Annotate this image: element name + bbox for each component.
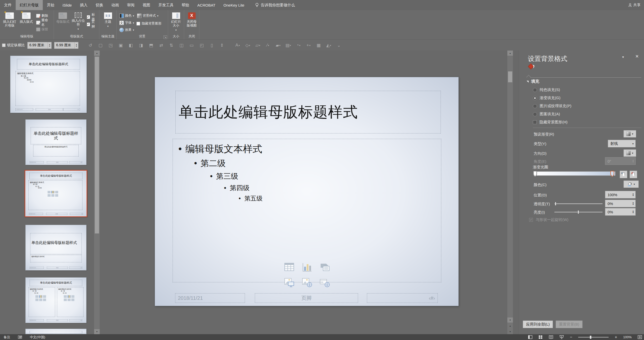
thumbnail-scrollbar-thumb[interactable] [95, 57, 99, 234]
height-field[interactable]: 6.99 厘米 ▴▾ [54, 42, 78, 49]
scroll-up-icon[interactable]: ▴ [94, 51, 100, 56]
insert-media-icon[interactable] [284, 277, 295, 287]
shape-effects-icon[interactable]: ◔▾ [295, 42, 302, 49]
reset-background-button[interactable]: 重置背景(B) [556, 321, 583, 328]
tab-animations[interactable]: 动画 [107, 0, 123, 10]
share-button[interactable]: 共享 [628, 0, 640, 10]
tab-developer[interactable]: 开发工具 [154, 0, 178, 10]
tab-acrobat[interactable]: ACROBAT [193, 0, 219, 10]
pattern-fill-radio[interactable] [533, 112, 537, 116]
tab-transitions[interactable]: 切换 [92, 0, 107, 10]
transparency-spinner[interactable]: 0% ▴▾ [605, 200, 636, 207]
tab-insert[interactable]: 插入 [76, 0, 92, 10]
close-master-view-button[interactable]: X 关闭母版视图 [186, 12, 197, 34]
lock-aspect-checkbox[interactable] [2, 43, 6, 47]
title-placeholder[interactable]: 单击此处编辑母版标题样式 [175, 91, 441, 133]
grid-icon[interactable]: ▦ [315, 42, 322, 49]
stop-position-spinner[interactable]: 100% ▴▾ [605, 191, 636, 198]
shape-outline-icon[interactable]: ▱▾ [254, 42, 262, 49]
themes-button[interactable]: 文文 主题 ▾ [101, 12, 114, 34]
hide-bg-graphics-checkbox[interactable] [136, 22, 140, 26]
slide-canvas[interactable]: 单击此处编辑母版标题样式 •编辑母版文本样式 •第二级 •第三级 •第四级 •第… [155, 77, 459, 306]
slide-sorter-view-icon[interactable] [538, 335, 543, 339]
lock-aspect-ratio-row[interactable]: 锁定纵横比 [2, 43, 25, 48]
resize-icon[interactable]: ⇕ [218, 42, 226, 49]
footer-checkbox[interactable]: ✓ [87, 22, 90, 26]
zoom-out-button[interactable]: − [570, 335, 572, 339]
thumbnail-content-layout-selected[interactable]: 单击此处编辑母版标题样式 编辑母版文本样式 第二级 第三级 第四级 2018/1… [25, 170, 87, 217]
tab-view[interactable]: 视图 [139, 0, 154, 10]
hide-background-checkbox[interactable] [533, 120, 537, 124]
fit-to-window-icon[interactable] [638, 335, 642, 339]
gradient-fill-option[interactable]: 渐变填充(G) [533, 96, 560, 100]
thumbnail-title-layout[interactable]: 单击此处编辑母版标题样式 单击此处编辑母版副标题样式 2018/11/21 页脚… [25, 119, 87, 165]
zoom-slider-handle[interactable] [590, 336, 591, 339]
body-placeholder[interactable]: •编辑母版文本样式 •第二级 •第三级 •第四级 •第五级 [173, 139, 441, 282]
hide-bg-graphics-row[interactable]: 隐藏背景图形 [136, 20, 161, 27]
insert-online-video-icon[interactable] [319, 277, 330, 287]
fonts-button[interactable]: 文 字体 ▾ [119, 20, 135, 26]
notes-button[interactable]: 备注 [4, 335, 10, 339]
pen-icon[interactable]: ∕▾ [264, 42, 272, 49]
gradient-direction-button[interactable]: ▾ [624, 149, 636, 157]
thumbnail-scrollbar[interactable]: ▴ ▾ [94, 51, 100, 334]
transparency-slider[interactable] [554, 203, 603, 204]
pattern-fill-option[interactable]: 图案填充(A) [533, 112, 560, 117]
insert-placeholder-button[interactable]: 插入占位符 ▾ [71, 12, 85, 34]
thumbnail-clipped[interactable] [25, 329, 87, 334]
reading-view-icon[interactable] [549, 335, 553, 339]
preserve-button[interactable]: 保留 [35, 26, 52, 32]
gradient-angle-spinner[interactable]: 0° ▴▾ [605, 157, 636, 165]
gradient-stop-right-selected[interactable] [610, 171, 614, 177]
gradient-stops-bar[interactable] [533, 171, 615, 176]
insert-slide-master-button[interactable]: ★ 插入幻灯片母版 [2, 12, 17, 34]
scroll-down-icon[interactable]: ▾ [507, 318, 513, 323]
align-bottom-icon[interactable]: ⬒ [147, 42, 155, 49]
distribute-vertical-icon[interactable]: ⇅ [168, 42, 175, 49]
editor-scrollbar[interactable]: ▴ ▾ ▴ ▾ [507, 51, 513, 334]
title-checkbox-row[interactable]: ✓ 标题 [87, 14, 97, 20]
solid-fill-option[interactable]: 纯色填充(S) [533, 87, 560, 92]
scroll-down-icon[interactable]: ▾ [94, 329, 100, 334]
toolbar-overflow-icon[interactable]: ⌄ [335, 42, 343, 49]
scroll-up-icon[interactable]: ▴ [507, 51, 513, 56]
zoom-in-button[interactable]: + [615, 335, 617, 339]
title-checkbox[interactable]: ✓ [87, 15, 90, 19]
text-box-icon[interactable]: ▤▾ [284, 42, 292, 49]
zoom-level[interactable]: 100% [623, 335, 632, 339]
tab-onekey-lite[interactable]: OneKey Lite [219, 0, 248, 10]
gradient-type-select[interactable]: 射线 ▾ [608, 140, 636, 147]
align-top-icon[interactable]: ◨ [137, 42, 145, 49]
insert-chart-icon[interactable] [301, 262, 313, 272]
height-value[interactable]: 6.99 厘米 [54, 43, 74, 48]
brightness-slider[interactable] [554, 212, 603, 212]
insert-smartart-icon[interactable] [319, 262, 330, 272]
add-shape-icon[interactable]: +▾ [305, 42, 312, 49]
rotate-with-shape-checkbox[interactable]: ✓ [529, 218, 533, 222]
panel-close-icon[interactable]: × [635, 53, 639, 60]
language-button[interactable]: 中文(中国) [30, 335, 45, 339]
width-spinner[interactable]: ▴▾ [48, 42, 51, 49]
panel-options-caret-icon[interactable]: ▾ [622, 55, 624, 59]
bring-forward-icon[interactable]: ▢ [97, 42, 104, 49]
colors-button[interactable]: 颜色 ▾ [119, 13, 135, 19]
slide-size-button[interactable]: 幻灯片大小 ▾ [170, 12, 182, 34]
shape-fill-icon[interactable]: ◇▾ [244, 42, 252, 49]
effects-button[interactable]: 效果 ▾ [119, 27, 135, 33]
transparency-slider-handle[interactable] [555, 202, 556, 206]
bring-front-icon[interactable]: ◳ [107, 42, 114, 49]
thumbnail-two-content-layout[interactable]: 单击此处编辑母版标题样式 编辑母版文本样式 第二级 第三级 编辑母版文本样式 第… [25, 277, 87, 323]
rotate-with-shape-option[interactable]: ✓ 与形状一起旋转(W) [529, 217, 568, 222]
tab-slide-master[interactable]: 幻灯片母版 [16, 0, 43, 10]
date-placeholder[interactable]: 2018/11/21 [175, 293, 245, 303]
gradient-fill-radio[interactable] [533, 96, 537, 100]
send-back-icon[interactable]: ◧ [127, 42, 135, 49]
remove-gradient-stop-button[interactable]: ✗ [630, 171, 637, 178]
align-center-icon[interactable]: ◫ [178, 42, 185, 49]
slideshow-view-icon[interactable] [559, 335, 564, 339]
brightness-spinner[interactable]: 0% ▴▾ [605, 208, 636, 216]
align-right-icon[interactable]: ▯ [208, 42, 216, 49]
width-field[interactable]: 6.99 厘米 ▴▾ [27, 42, 52, 49]
gradient-stop-left[interactable] [533, 171, 537, 177]
insert-table-icon[interactable] [284, 262, 295, 272]
